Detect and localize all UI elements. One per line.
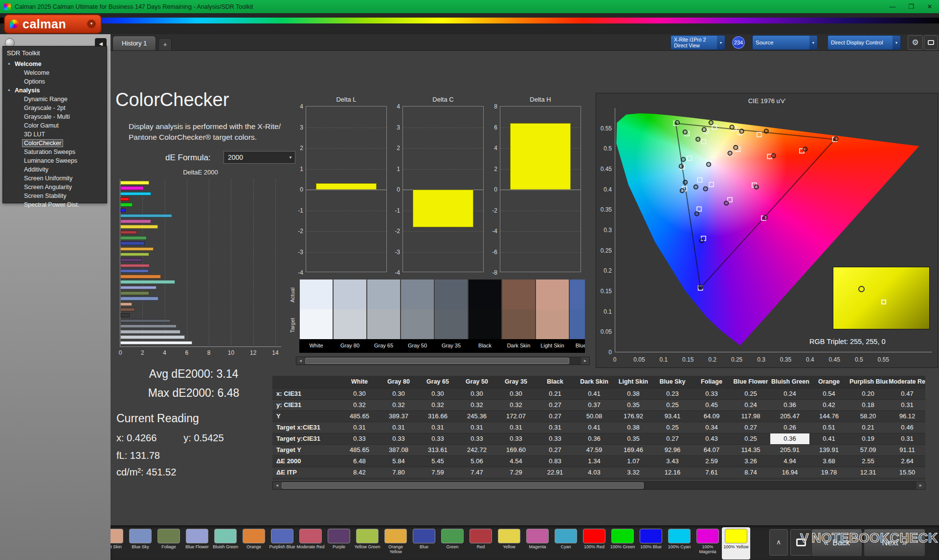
table-cell[interactable]: 0.23 <box>653 388 692 399</box>
table-scrollbar[interactable]: ◄ ► <box>272 481 925 490</box>
table-cell[interactable]: 12.31 <box>849 467 888 478</box>
table-cell[interactable]: 205.47 <box>770 410 809 422</box>
table-cell[interactable]: 313.61 <box>418 444 457 455</box>
table-cell[interactable]: 0.30 <box>340 388 379 399</box>
table-cell[interactable]: 0.21 <box>849 422 888 433</box>
sidebar-item-grayscale-2pt[interactable]: Grayscale - 2pt <box>3 104 107 112</box>
patch-red[interactable]: Red <box>467 527 495 560</box>
table-cell[interactable]: 0.51 <box>809 422 849 433</box>
table-cell[interactable]: 0.30 <box>379 388 418 399</box>
scrollbar-thumb[interactable] <box>305 358 569 364</box>
table-cell[interactable]: 0.32 <box>379 399 418 410</box>
patch-100-green[interactable]: 100% Green <box>608 527 637 560</box>
table-cell[interactable]: 0.42 <box>809 399 849 410</box>
table-cell[interactable]: 0.27 <box>536 444 575 455</box>
table-cell[interactable]: 0.19 <box>849 433 888 444</box>
patch-magenta[interactable]: Magenta <box>523 527 552 560</box>
table-cell[interactable]: 0.54 <box>809 388 849 399</box>
sidebar-item-saturation-sweeps[interactable]: Saturation Sweeps <box>3 148 107 156</box>
table-cell[interactable]: 172.07 <box>496 410 536 422</box>
table-cell[interactable]: 0.25 <box>731 388 770 399</box>
next-button[interactable]: Next » <box>864 529 925 557</box>
table-cell[interactable]: 0.41 <box>575 388 614 399</box>
sidebar-item-grayscale-multi[interactable]: Grayscale - Multi <box>3 112 107 121</box>
table-cell[interactable]: 0.30 <box>457 388 496 399</box>
table-cell[interactable]: 0.20 <box>849 388 888 399</box>
table-cell[interactable]: 0.46 <box>888 422 925 433</box>
table-cell[interactable]: 7.61 <box>692 467 731 478</box>
table-cell[interactable]: 0.33 <box>379 433 418 444</box>
table-cell[interactable]: 0.37 <box>575 399 614 410</box>
table-cell[interactable]: 485.65 <box>340 444 379 455</box>
table-cell[interactable]: 0.35 <box>614 399 653 410</box>
table-cell[interactable]: 114.35 <box>731 444 770 455</box>
patch-moderate-red[interactable]: Moderate Red <box>296 527 325 560</box>
table-cell[interactable]: 16.94 <box>770 467 809 478</box>
table-cell[interactable]: 176.92 <box>614 410 653 422</box>
sidebar-item-luminance-sweeps[interactable]: Luminance Sweeps <box>3 156 107 165</box>
table-cell[interactable]: 0.31 <box>536 422 575 433</box>
table-cell[interactable]: 0.47 <box>888 388 925 399</box>
minimize-icon[interactable]: — <box>883 0 902 13</box>
table-cell[interactable]: 316.66 <box>418 410 457 422</box>
table-cell[interactable]: 0.27 <box>731 422 770 433</box>
sidebar-item-spectral-power-dist-[interactable]: Spectral Power Dist. <box>3 200 107 209</box>
table-cell[interactable]: 2.64 <box>888 455 925 467</box>
pattern-window-button[interactable] <box>790 529 812 556</box>
table-cell[interactable]: 8.42 <box>340 467 379 478</box>
scroll-right-icon[interactable]: ► <box>917 482 925 489</box>
meter-dropdown[interactable]: X-Rite i1Pro 2Direct View ▼ <box>671 35 725 50</box>
table-cell[interactable]: 485.65 <box>340 410 379 422</box>
expand-up-button[interactable]: ∧ <box>769 529 788 556</box>
sidebar-item-colorchecker[interactable]: ColorChecker <box>3 139 107 148</box>
table-cell[interactable]: 3.43 <box>653 455 692 467</box>
table-cell[interactable]: 7.59 <box>418 467 457 478</box>
patch-blue-sky[interactable]: Blue Sky <box>126 527 155 560</box>
de-formula-select[interactable]: 2000 ▼ <box>224 151 295 164</box>
table-cell[interactable]: 139.91 <box>809 444 849 455</box>
patch-100-cyan[interactable]: 100% Cyan <box>665 527 693 560</box>
table-cell[interactable]: 245.36 <box>457 410 496 422</box>
table-cell[interactable]: 0.21 <box>536 388 575 399</box>
table-cell[interactable]: 93.41 <box>653 410 692 422</box>
table-cell[interactable]: 0.26 <box>770 422 809 433</box>
patch-cyan[interactable]: Cyan <box>552 527 580 560</box>
table-cell[interactable]: 0.33 <box>340 433 379 444</box>
table-cell[interactable]: 0.41 <box>575 422 614 433</box>
table-cell[interactable]: 0.38 <box>614 422 653 433</box>
table-cell[interactable]: 0.33 <box>496 433 536 444</box>
table-cell[interactable]: 0.83 <box>536 455 575 467</box>
table-cell[interactable]: 242.72 <box>457 444 496 455</box>
scrollbar-thumb[interactable] <box>282 482 644 489</box>
table-cell[interactable]: 144.76 <box>809 410 849 422</box>
table-cell[interactable]: 0.27 <box>536 410 575 422</box>
table-cell[interactable]: 7.47 <box>457 467 496 478</box>
table-cell[interactable]: 64.09 <box>692 410 731 422</box>
table-cell[interactable]: 19.78 <box>809 467 849 478</box>
table-cell[interactable]: 0.24 <box>731 399 770 410</box>
sidebar-item-additivity[interactable]: Additivity <box>3 165 107 174</box>
table-cell[interactable]: 0.24 <box>770 388 809 399</box>
layout-button[interactable] <box>924 35 938 50</box>
table-cell[interactable]: 3.26 <box>731 455 770 467</box>
table-cell[interactable]: 0.31 <box>888 399 925 410</box>
table-cell[interactable]: 3.68 <box>809 455 849 467</box>
table-cell[interactable]: 3.32 <box>614 467 653 478</box>
source-dropdown[interactable]: Source ▼ <box>752 35 818 50</box>
table-cell[interactable]: 50.08 <box>575 410 614 422</box>
table-cell[interactable]: 0.31 <box>418 422 457 433</box>
table-cell[interactable]: 0.31 <box>496 422 536 433</box>
table-cell[interactable]: 5.06 <box>457 455 496 467</box>
swatch-scrollbar[interactable]: ◄ ► <box>296 357 590 365</box>
sidebar-item-screen-angularity[interactable]: Screen Angularity <box>3 183 107 192</box>
patch-purplish-blue[interactable]: Purplish Blue <box>268 527 296 560</box>
table-cell[interactable]: 0.18 <box>849 399 888 410</box>
patch-yellow[interactable]: Yellow <box>495 527 523 560</box>
table-cell[interactable]: 0.30 <box>418 388 457 399</box>
patch-light-skin[interactable]: Light Skin <box>111 527 126 560</box>
table-cell[interactable]: 0.35 <box>614 433 653 444</box>
patch-yellow-green[interactable]: Yellow Green <box>353 527 381 560</box>
scroll-left-icon[interactable]: ◄ <box>296 357 305 365</box>
table-cell[interactable]: 58.20 <box>849 410 888 422</box>
table-cell[interactable]: 6.48 <box>340 455 379 467</box>
